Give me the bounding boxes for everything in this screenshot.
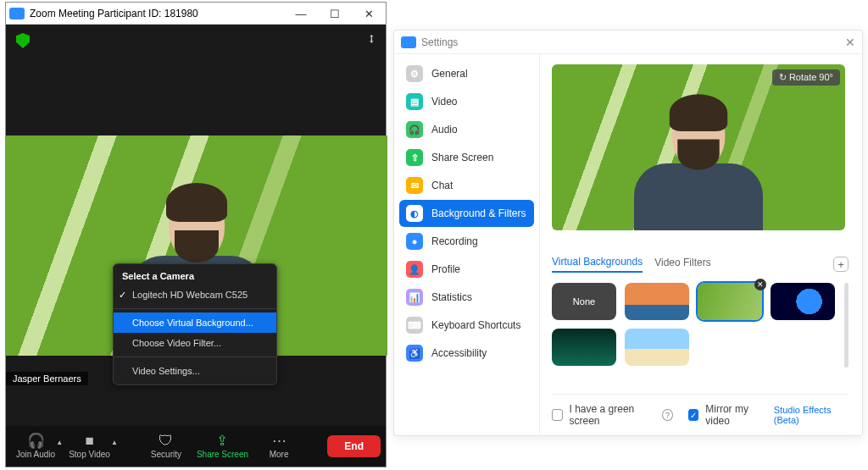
background-thumbnails: None	[552, 283, 849, 366]
accessibility-icon: ♿	[406, 345, 423, 362]
record-icon: ●	[406, 233, 423, 250]
video-icon: ▤	[406, 93, 423, 110]
share-screen-label: Share Screen	[197, 450, 248, 459]
settings-panel: ↻ Rotate 90° Virtual Backgrounds Video F…	[540, 54, 862, 435]
filter-tabs: Virtual Backgrounds Video Filters +	[552, 256, 849, 273]
share-screen-icon: ⇪	[216, 434, 228, 448]
sidebar-item-share[interactable]: ⇧Share Screen	[399, 144, 534, 171]
green-screen-label: I have a green screen	[570, 403, 656, 427]
sidebar-item-label: Video	[431, 96, 457, 108]
titlebar: Zoom Meeting Participant ID: 181980 ― ☐ …	[6, 3, 386, 25]
settings-title: Settings	[421, 36, 458, 48]
gear-icon: ⚙	[406, 65, 423, 82]
security-button[interactable]: 🛡 Security	[144, 430, 188, 462]
settings-sidebar: ⚙General ▤Video 🎧Audio ⇧Share Screen ✉Ch…	[394, 54, 540, 435]
bg-thumb-grass[interactable]	[698, 283, 762, 320]
video-icon: ■	[85, 434, 93, 448]
sidebar-item-label: Background & Filters	[431, 207, 526, 219]
sidebar-item-background[interactable]: ◐Background & Filters	[399, 200, 534, 227]
sidebar-item-statistics[interactable]: 📊Statistics	[399, 284, 534, 311]
sidebar-item-label: General	[431, 68, 468, 80]
encryption-shield-icon[interactable]	[16, 33, 30, 48]
camera-menu-header: Select a Camera	[114, 268, 276, 285]
sidebar-item-label: Profile	[431, 263, 460, 275]
more-label: More	[270, 450, 289, 459]
zoom-icon	[401, 36, 416, 48]
sidebar-item-label: Statistics	[431, 291, 472, 303]
share-screen-button[interactable]: ⇪ Share Screen	[192, 430, 253, 462]
rotate-button[interactable]: ↻ Rotate 90°	[772, 69, 840, 86]
chevron-up-icon[interactable]: ▲	[111, 439, 118, 446]
sidebar-item-recording[interactable]: ●Recording	[399, 228, 534, 255]
shield-icon: 🛡	[159, 434, 173, 448]
camera-menu: Select a Camera Logitech HD Webcam C525 …	[113, 263, 277, 385]
bg-thumb-aurora[interactable]	[552, 329, 616, 366]
bg-thumb-earth[interactable]	[771, 283, 835, 320]
person-silhouette	[650, 99, 747, 230]
camera-option[interactable]: Logitech HD Webcam C525	[114, 285, 276, 305]
bg-thumb-beach[interactable]	[625, 329, 689, 366]
sidebar-item-label: Recording	[431, 235, 478, 247]
mirror-video-label: Mirror my video	[705, 403, 766, 427]
participant-name-label: Jasper Bernaers	[6, 372, 88, 385]
sidebar-item-general[interactable]: ⚙General	[399, 60, 534, 87]
mirror-video-checkbox[interactable]: ✓	[688, 409, 699, 421]
sidebar-item-audio[interactable]: 🎧Audio	[399, 116, 534, 143]
stop-video-label: Stop Video	[69, 450, 110, 459]
minimize-button[interactable]: ―	[284, 3, 318, 25]
sidebar-item-shortcuts[interactable]: ⌨Keyboard Shortcuts	[399, 312, 534, 339]
end-button[interactable]: End	[327, 435, 381, 457]
fullscreen-icon[interactable]: ⤡	[364, 32, 379, 47]
thumb-label: None	[573, 296, 595, 307]
tab-video-filters[interactable]: Video Filters	[654, 257, 710, 272]
video-settings[interactable]: Video Settings...	[114, 361, 276, 381]
panel-footer: I have a green screen ? ✓ Mirror my vide…	[552, 394, 849, 427]
sidebar-item-chat[interactable]: ✉Chat	[399, 172, 534, 199]
zoom-meeting-window: Zoom Meeting Participant ID: 181980 ― ☐ …	[5, 2, 387, 467]
help-icon[interactable]: ?	[662, 409, 673, 421]
close-icon[interactable]: ✕	[845, 36, 855, 49]
meeting-toolbar: 🎧 Join Audio ▲ ■ Stop Video ▲ 🛡 Security…	[6, 426, 386, 467]
window-title: Zoom Meeting Participant ID: 181980	[30, 8, 198, 19]
meeting-body: ⤡ Jasper Bernaers Select a Camera Logite…	[6, 25, 386, 426]
more-icon: ⋯	[272, 434, 287, 448]
sidebar-item-label: Share Screen	[431, 152, 493, 163]
studio-effects-link[interactable]: Studio Effects (Beta)	[774, 405, 849, 425]
sidebar-item-label: Audio	[431, 124, 458, 135]
security-label: Security	[151, 450, 181, 459]
keyboard-icon: ⌨	[406, 317, 423, 334]
choose-virtual-background[interactable]: Choose Virtual Background...	[114, 312, 276, 333]
share-icon: ⇧	[406, 149, 423, 166]
more-button[interactable]: ⋯ More	[257, 430, 301, 462]
headphones-icon: 🎧	[27, 434, 45, 448]
maximize-button[interactable]: ☐	[318, 3, 352, 25]
bg-thumb-bridge[interactable]	[625, 283, 689, 320]
close-button[interactable]: ✕	[352, 3, 386, 25]
audio-icon: 🎧	[406, 121, 423, 138]
chevron-up-icon[interactable]: ▲	[56, 439, 63, 446]
add-background-button[interactable]: +	[833, 257, 849, 272]
sidebar-item-label: Accessibility	[431, 347, 487, 359]
choose-video-filter[interactable]: Choose Video Filter...	[114, 333, 276, 353]
profile-icon: 👤	[406, 261, 423, 278]
rotate-label: Rotate 90°	[789, 72, 833, 82]
zoom-icon	[9, 8, 25, 19]
stop-video-button[interactable]: ■ Stop Video ▲	[64, 430, 115, 462]
chat-icon: ✉	[406, 177, 423, 194]
window-controls: ― ☐ ✕	[284, 3, 386, 25]
sidebar-item-profile[interactable]: 👤Profile	[399, 256, 534, 283]
stats-icon: 📊	[406, 289, 423, 306]
settings-titlebar: Settings ✕	[394, 30, 862, 54]
tab-virtual-backgrounds[interactable]: Virtual Backgrounds	[552, 256, 643, 273]
sidebar-item-label: Chat	[431, 180, 453, 191]
background-icon: ◐	[406, 205, 423, 222]
sidebar-item-accessibility[interactable]: ♿Accessibility	[399, 340, 534, 367]
join-audio-label: Join Audio	[16, 450, 55, 459]
video-preview: ↻ Rotate 90°	[552, 64, 845, 230]
bg-thumb-none[interactable]: None	[552, 283, 616, 320]
sidebar-item-video[interactable]: ▤Video	[399, 88, 534, 115]
thumb-scrollbar[interactable]	[844, 283, 849, 368]
green-screen-checkbox[interactable]	[552, 409, 563, 421]
settings-window: Settings ✕ ⚙General ▤Video 🎧Audio ⇧Share…	[393, 30, 863, 436]
join-audio-button[interactable]: 🎧 Join Audio ▲	[11, 430, 60, 462]
